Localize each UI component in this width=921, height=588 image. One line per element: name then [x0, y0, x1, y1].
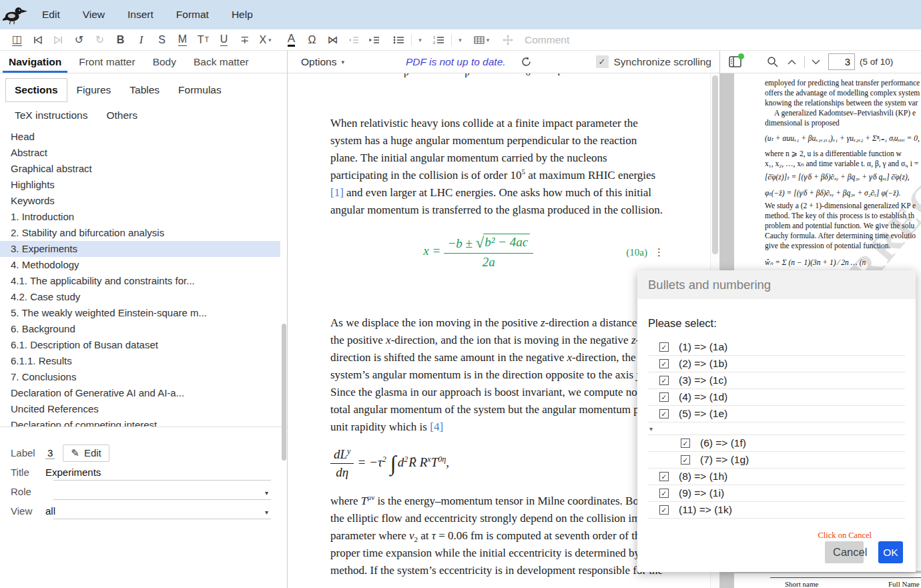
section-list-item[interactable]: Declaration of Generative AI and AI-a...: [0, 385, 280, 401]
cancel-button[interactable]: Cancel: [825, 541, 864, 563]
checkbox[interactable]: ✓: [681, 438, 690, 448]
section-list-item[interactable]: 2. Stability and bifurcation analysis: [0, 225, 280, 241]
editor-scrollbar-thumb[interactable]: [712, 75, 718, 254]
section-list-item[interactable]: 3. Experiments: [0, 241, 280, 257]
menu-format[interactable]: Format: [165, 9, 220, 21]
outdent-icon[interactable]: [343, 31, 364, 49]
section-list-item[interactable]: Abstract: [0, 145, 280, 161]
paragraph[interactable]: where Tμν is the energy–momentum tensor …: [330, 493, 664, 579]
numbering-option-row[interactable]: ✓ (6) => (1f): [648, 435, 905, 452]
tab-back-matter[interactable]: Back matter: [185, 51, 258, 73]
skip-next-icon[interactable]: [48, 31, 69, 49]
section-list-item[interactable]: Keywords: [0, 193, 280, 209]
checkbox[interactable]: ✓: [659, 359, 669, 368]
numbering-option-row[interactable]: ✓ (5) => (1e): [648, 406, 905, 422]
numbered-list-dropdown-icon[interactable]: ▾: [454, 31, 465, 49]
chevron-down-icon[interactable]: ▾: [265, 509, 268, 516]
small-caps-icon[interactable]: TT: [193, 31, 214, 49]
undo-icon[interactable]: ↺: [69, 31, 89, 49]
comment-button[interactable]: Comment: [525, 34, 569, 46]
subtab-formulas[interactable]: Formulas: [169, 78, 231, 102]
column-layout-icon[interactable]: ◫: [7, 31, 27, 49]
move-icon[interactable]: [497, 31, 518, 49]
menu-insert[interactable]: Insert: [116, 9, 165, 21]
tab-front-matter[interactable]: Front matter: [70, 51, 143, 73]
chevron-down-icon[interactable]: ▾: [265, 489, 268, 497]
bullet-list-icon[interactable]: [388, 31, 409, 49]
section-list-item[interactable]: 7. Conclusions: [0, 369, 280, 385]
ok-button[interactable]: OK: [878, 541, 903, 563]
edit-label-button[interactable]: ✎ Edit: [63, 445, 109, 462]
section-list-item[interactable]: 1. Introduction: [0, 209, 280, 225]
underline-icon[interactable]: U: [214, 31, 234, 49]
title-value[interactable]: Experiments: [45, 467, 101, 478]
monospace-icon[interactable]: M: [172, 31, 193, 49]
paragraph[interactable]: As we displace the ion moving in the pos…: [330, 314, 664, 436]
checkbox[interactable]: ✓: [659, 505, 669, 515]
numbering-option-row[interactable]: ✓ (7) => (1g): [648, 452, 905, 469]
page-number-input[interactable]: [828, 53, 855, 70]
numbering-option-row[interactable]: ✓ (11) => (1k): [648, 502, 905, 519]
subtab-sections[interactable]: Sections: [5, 78, 67, 102]
numbering-option-row[interactable]: ✓ (2) => (1b): [648, 356, 905, 372]
next-match-icon[interactable]: [812, 59, 820, 65]
numbering-option-row[interactable]: ✓ (8) => (1h): [648, 469, 905, 485]
paragraph[interactable]: When relativistic heavy ions collide at …: [330, 115, 664, 219]
subtab-others[interactable]: Others: [97, 103, 147, 127]
section-list-item[interactable]: 5. The weakly weighted Einstein-square m…: [0, 305, 280, 321]
numbering-option-row[interactable]: ✓ (3) => (1c): [648, 372, 905, 389]
equation-10a[interactable]: x=−b ± √b² − 4ac2a (10a) ⋮: [330, 234, 664, 270]
section-list-item[interactable]: Head: [0, 129, 280, 145]
table-icon[interactable]: ▾: [471, 31, 492, 49]
synchronize-scrolling-checkbox[interactable]: ✓ Synchronize scrolling: [596, 55, 711, 68]
menu-edit[interactable]: Edit: [31, 9, 71, 21]
previous-match-icon[interactable]: [788, 59, 796, 65]
section-list-item[interactable]: Graphical abstract: [0, 161, 280, 177]
refresh-icon[interactable]: [521, 56, 532, 67]
subtab-tables[interactable]: Tables: [120, 78, 169, 102]
italic-icon[interactable]: I: [131, 31, 151, 49]
checkbox[interactable]: ✓: [681, 455, 690, 465]
checkbox[interactable]: ✓: [659, 342, 669, 352]
font-color-icon[interactable]: A: [281, 31, 302, 49]
strikethrough-icon[interactable]: S: [151, 31, 172, 49]
checkbox[interactable]: ✓: [659, 489, 669, 498]
citation-link[interactable]: [4]: [430, 420, 443, 433]
search-icon[interactable]: [767, 56, 778, 67]
section-list-item[interactable]: Declaration of competing interest: [0, 417, 280, 427]
bullet-list-dropdown-icon[interactable]: ▾: [414, 31, 424, 49]
checkbox[interactable]: ✓: [659, 376, 669, 385]
kebab-menu-icon[interactable]: ⋮: [654, 244, 664, 261]
citation-link[interactable]: [1]: [330, 186, 344, 199]
numbering-option-row[interactable]: ✓ (4) => (1d): [648, 389, 905, 406]
section-list-item[interactable]: Uncited References: [0, 401, 280, 417]
section-list-item[interactable]: 6.1. Description of Busan dataset: [0, 337, 280, 353]
skip-previous-icon[interactable]: [27, 31, 48, 49]
checkbox[interactable]: ✓: [659, 392, 669, 402]
indent-icon[interactable]: [364, 31, 384, 49]
section-list-item[interactable]: 4. Methodology: [0, 257, 280, 273]
tab-navigation[interactable]: Navigation: [0, 51, 70, 73]
bold-icon[interactable]: B: [110, 31, 131, 49]
thumbnails-panel-icon[interactable]: [729, 56, 741, 67]
inline-math-bowtie-icon[interactable]: ⋈: [322, 31, 343, 49]
section-list-item[interactable]: 6. Background: [0, 321, 280, 337]
section-list-item[interactable]: 4.1. The applicability and constraints f…: [0, 273, 280, 289]
subscript-superscript-icon[interactable]: X▾: [255, 31, 276, 49]
redo-icon[interactable]: ↻: [89, 31, 110, 49]
section-list-item[interactable]: 4.2. Case study: [0, 289, 280, 305]
special-character-icon[interactable]: Ω: [302, 31, 322, 49]
numbering-option-row[interactable]: ✓ (9) => (1i): [648, 485, 905, 502]
section-list-item[interactable]: 6.1.1. Results: [0, 353, 280, 369]
menu-view[interactable]: View: [71, 9, 116, 21]
subtab-figures[interactable]: Figures: [67, 78, 121, 102]
equation-angular-momentum[interactable]: dLydη=−τ2∫d2→RRxT0η,: [330, 447, 664, 481]
tab-body[interactable]: Body: [144, 51, 185, 73]
menu-help[interactable]: Help: [220, 9, 264, 21]
numbered-list-icon[interactable]: 12: [428, 31, 449, 49]
checkbox[interactable]: ✓: [659, 472, 669, 481]
collapse-row[interactable]: ▾: [648, 422, 905, 435]
options-dropdown[interactable]: Options ▾: [301, 56, 344, 68]
section-list-item[interactable]: Highlights: [0, 177, 280, 193]
subtab-tex-instructions[interactable]: TeX instructions: [5, 103, 97, 127]
